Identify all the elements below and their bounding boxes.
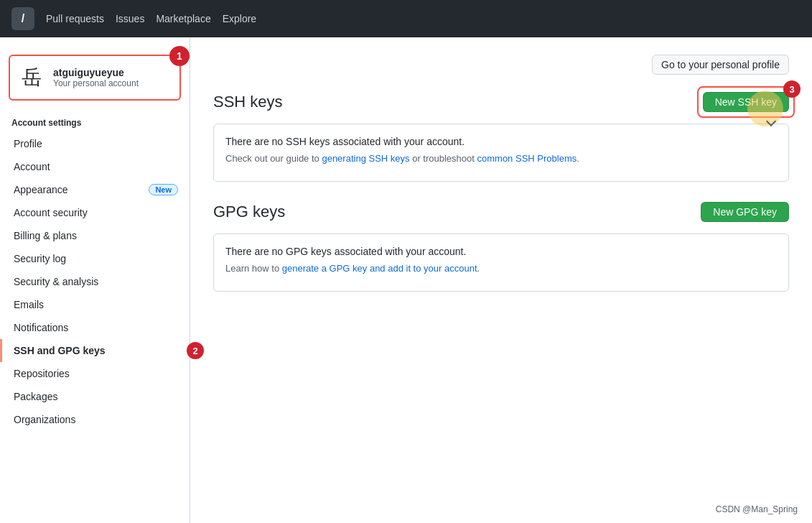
ssh-section-header: SSH keys 3 New SSH key	[213, 92, 789, 112]
account-card[interactable]: 1 岳 atguiguyueyue Your personal account	[9, 55, 181, 101]
sidebar-item-packages[interactable]: Packages	[0, 385, 190, 408]
account-username: atguiguyueyue	[53, 67, 139, 78]
sidebar-item-notifications[interactable]: Notifications	[0, 316, 190, 339]
sidebar-item-profile[interactable]: Profile	[0, 132, 190, 155]
sidebar-item-security-log[interactable]: Security log	[0, 247, 190, 270]
appearance-new-badge: New	[149, 184, 178, 195]
badge-2: 2	[187, 342, 204, 359]
sidebar-item-account-security[interactable]: Account security	[0, 201, 190, 224]
personal-profile-button[interactable]: Go to your personal profile	[652, 55, 789, 75]
logo[interactable]: /	[11, 7, 34, 30]
ssh-hint-link2[interactable]: common SSH Problems	[477, 153, 577, 164]
new-ssh-btn-wrapper: 3 New SSH key	[703, 92, 789, 112]
layout: 1 岳 atguiguyueyue Your personal account …	[0, 37, 812, 523]
sidebar: 1 岳 atguiguyueyue Your personal account …	[0, 37, 190, 523]
main-content: Go to your personal profile SSH keys 3 N…	[190, 37, 812, 523]
sidebar-item-appearance[interactable]: Appearance New	[0, 178, 190, 201]
sidebar-active-wrapper: SSH and GPG keys 2	[0, 339, 190, 362]
ssh-hint-middle: or troubleshoot	[410, 153, 477, 164]
account-icon: 岳	[19, 65, 45, 91]
gpg-hint: Learn how to generate a GPG key and add …	[225, 263, 777, 274]
ssh-hint: Check out our guide to generating SSH ke…	[225, 153, 777, 164]
nav-explore[interactable]: Explore	[223, 13, 256, 24]
badge-3: 3	[783, 80, 801, 98]
ssh-title: SSH keys	[213, 93, 283, 111]
gpg-hint-link[interactable]: generate a GPG key and add it to your ac…	[282, 263, 477, 274]
sidebar-item-account[interactable]: Account	[0, 155, 190, 178]
sidebar-item-billing[interactable]: Billing & plans	[0, 224, 190, 247]
nav-issues[interactable]: Issues	[116, 13, 144, 24]
sidebar-item-repositories[interactable]: Repositories	[0, 362, 190, 385]
account-subtitle: Your personal account	[53, 78, 139, 88]
topnav: / Pull requests Issues Marketplace Explo…	[0, 0, 812, 37]
gpg-empty-text: There are no GPG keys associated with yo…	[225, 246, 777, 257]
sidebar-item-organizations[interactable]: Organizations	[0, 408, 190, 431]
ssh-empty-box: There are no SSH keys associated with yo…	[213, 124, 789, 182]
ssh-hint-suffix: .	[577, 153, 579, 164]
account-info: atguiguyueyue Your personal account	[53, 67, 139, 88]
gpg-hint-prefix: Learn how to	[225, 263, 282, 274]
badge-1: 1	[169, 46, 190, 66]
ssh-hint-link1[interactable]: generating SSH keys	[322, 153, 409, 164]
gpg-hint-suffix: .	[477, 263, 480, 274]
ssh-hint-prefix: Check out our guide to	[225, 153, 322, 164]
sidebar-item-emails[interactable]: Emails	[0, 293, 190, 316]
watermark: CSDN @Man_Spring	[716, 504, 798, 514]
sidebar-item-security-analysis[interactable]: Security & analysis	[0, 270, 190, 293]
nav-marketplace[interactable]: Marketplace	[156, 13, 210, 24]
sidebar-section-label: Account settings	[0, 112, 190, 132]
gpg-empty-box: There are no GPG keys associated with yo…	[213, 233, 789, 292]
profile-btn-row: Go to your personal profile	[213, 55, 789, 75]
gpg-title: GPG keys	[213, 203, 285, 221]
sidebar-item-ssh-gpg[interactable]: SSH and GPG keys	[0, 339, 190, 362]
nav-pull-requests[interactable]: Pull requests	[46, 13, 104, 24]
new-gpg-key-button[interactable]: New GPG key	[701, 202, 789, 222]
gpg-section-header: GPG keys New GPG key	[213, 202, 789, 222]
ssh-empty-text: There are no SSH keys associated with yo…	[225, 136, 777, 147]
